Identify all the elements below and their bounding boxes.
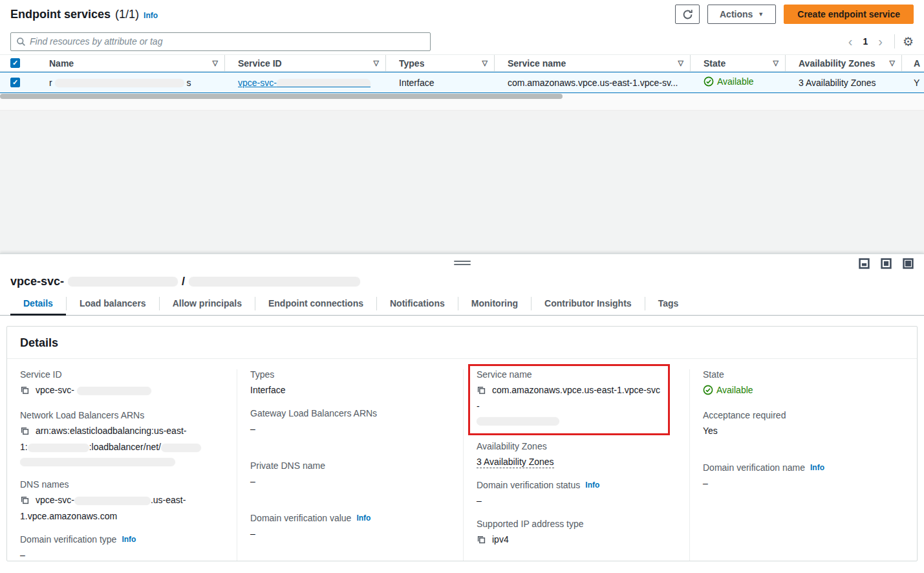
search-box[interactable] <box>10 32 431 51</box>
controls-row: ‹ 1 › ⚙ <box>0 28 924 54</box>
split-panel-half-icon[interactable] <box>881 258 892 269</box>
panel-layout-buttons <box>859 258 914 269</box>
domain-verification-value-value: – <box>250 526 453 541</box>
filter-icon[interactable]: ▽ <box>678 59 683 67</box>
split-panel-title: vpce-svc- / <box>0 274 924 292</box>
search-input[interactable] <box>30 36 425 47</box>
info-link[interactable]: Info <box>144 11 158 20</box>
details-column-3: Service name com.amazonaws.vpce.us-east-… <box>463 369 689 561</box>
copy-icon[interactable] <box>20 495 30 509</box>
pagination-controls: ‹ 1 › ⚙ <box>844 34 914 49</box>
redacted-text <box>74 497 151 505</box>
header-actions: Actions ▼ Create endpoint service <box>675 5 914 24</box>
nlb-arn-line1: arn:aws:elasticloadbalancing:us-east- <box>36 426 186 436</box>
tab-contributor-insights[interactable]: Contributor Insights <box>532 292 645 316</box>
nlb-arn-line2-start: 1: <box>20 442 28 452</box>
acceptance-required-value: Yes <box>703 424 907 438</box>
info-link[interactable]: Info <box>356 514 371 523</box>
details-column-2: Types Interface Gateway Load Balancers A… <box>237 369 463 561</box>
filter-icon[interactable]: ▽ <box>773 59 779 67</box>
copy-icon[interactable] <box>477 534 486 548</box>
tab-details[interactable]: Details <box>10 292 66 316</box>
create-endpoint-service-button[interactable]: Create endpoint service <box>784 5 914 24</box>
field-label: Gateway Load Balancers ARNs <box>250 408 453 422</box>
copy-icon[interactable] <box>20 385 30 399</box>
tab-label: Allow principals <box>173 298 242 308</box>
domain-verification-status-value: – <box>477 493 679 508</box>
split-panel-bottom-icon[interactable] <box>859 258 870 269</box>
chevron-left-icon[interactable]: ‹ <box>844 35 857 48</box>
field-label: Domain verification value <box>250 513 351 523</box>
row-checkbox[interactable]: ✓ <box>10 78 20 87</box>
tab-load-balancers[interactable]: Load balancers <box>67 292 159 316</box>
info-link[interactable]: Info <box>810 463 824 472</box>
copy-icon[interactable] <box>477 385 486 399</box>
check-circle-icon <box>704 76 714 87</box>
actions-button[interactable]: Actions ▼ <box>707 5 776 24</box>
column-label: Service ID <box>238 58 282 69</box>
availability-zones-popover[interactable]: 3 Availability Zones <box>799 78 876 88</box>
tab-endpoint-connections[interactable]: Endpoint connections <box>255 292 376 316</box>
filter-icon[interactable]: ▽ <box>213 59 218 67</box>
service-name-highlight-box: Service name com.amazonaws.vpce.us-east-… <box>468 364 670 435</box>
table-footer-pad <box>0 100 924 111</box>
field-service-id: Service ID vpce-svc- <box>20 369 226 399</box>
endpoint-services-table: ✓ Name ▽ Service ID ▽ Types ▽ Service na… <box>0 54 924 93</box>
service-id-value: vpce-svc- <box>36 385 74 395</box>
split-panel-drag-handle[interactable] <box>454 261 471 267</box>
redacted-text <box>161 444 201 452</box>
table-row[interactable]: ✓ r s vpce-svc- Interface com.amazonaws.… <box>0 72 924 93</box>
tab-tags[interactable]: Tags <box>645 292 692 316</box>
glb-arns-value: – <box>250 422 453 436</box>
select-all-checkbox[interactable]: ✓ <box>10 58 20 68</box>
private-dns-name-value: – <box>250 474 453 488</box>
column-header-service-id[interactable]: Service ID ▽ <box>225 55 386 71</box>
column-header-availability-zones[interactable]: Availability Zones ▽ <box>786 55 902 71</box>
cell-clipped: Y <box>902 78 924 88</box>
gear-icon[interactable]: ⚙ <box>903 36 914 48</box>
column-header-types[interactable]: Types ▽ <box>386 55 495 71</box>
chevron-right-icon[interactable]: › <box>874 35 886 48</box>
tab-label: Tags <box>658 298 679 308</box>
dns-name-line2: 1.vpce.amazonaws.com <box>20 511 117 521</box>
filter-icon[interactable]: ▽ <box>890 59 895 67</box>
info-link[interactable]: Info <box>585 481 599 490</box>
tab-monitoring[interactable]: Monitoring <box>458 292 531 316</box>
field-label: Private DNS name <box>250 460 453 474</box>
horizontal-scrollbar[interactable] <box>0 93 924 100</box>
dns-name-mid: .us-east- <box>151 495 186 505</box>
status-available: Available <box>703 383 753 397</box>
tab-notifications[interactable]: Notifications <box>377 292 458 316</box>
tab-allow-principals[interactable]: Allow principals <box>160 292 255 316</box>
divider <box>894 34 895 49</box>
details-column-4: State Available Acceptance required Yes <box>689 369 917 561</box>
info-link[interactable]: Info <box>122 535 136 544</box>
caret-down-icon: ▼ <box>758 11 764 17</box>
dns-name-start: vpce-svc- <box>36 495 74 505</box>
availability-zones-popover[interactable]: 3 Availability Zones <box>477 457 554 468</box>
filter-icon[interactable]: ▽ <box>374 59 379 67</box>
column-header-name[interactable]: Name ▽ <box>36 55 225 71</box>
cell-service-id: vpce-svc- <box>225 78 386 88</box>
field-label: Supported IP address type <box>477 519 679 532</box>
scrollbar-thumb[interactable] <box>0 94 563 99</box>
select-all-cell: ✓ <box>0 55 36 71</box>
refresh-button[interactable] <box>675 5 700 24</box>
status-label: Available <box>717 76 754 87</box>
details-card-body: Service ID vpce-svc- Network Load Balanc… <box>7 359 917 561</box>
nlb-arn-line2-mid: :loadbalancer/net/ <box>89 442 161 452</box>
column-header-clipped[interactable]: A <box>902 55 924 71</box>
column-header-state[interactable]: State ▽ <box>691 55 786 71</box>
field-state: State Available <box>703 369 907 399</box>
copy-icon[interactable] <box>20 426 30 440</box>
redacted-text <box>189 277 360 286</box>
actions-button-label: Actions <box>720 9 753 19</box>
field-label: Domain verification name <box>703 462 805 473</box>
split-panel-full-icon[interactable] <box>903 258 914 269</box>
column-header-service-name[interactable]: Service name ▽ <box>495 55 691 71</box>
domain-verification-name-value: – <box>703 476 907 490</box>
service-id-link[interactable]: vpce-svc- <box>238 78 277 88</box>
filter-icon[interactable]: ▽ <box>482 59 488 67</box>
page-number[interactable]: 1 <box>859 36 872 47</box>
field-domain-verification-name: Domain verification name Info – <box>703 462 907 490</box>
